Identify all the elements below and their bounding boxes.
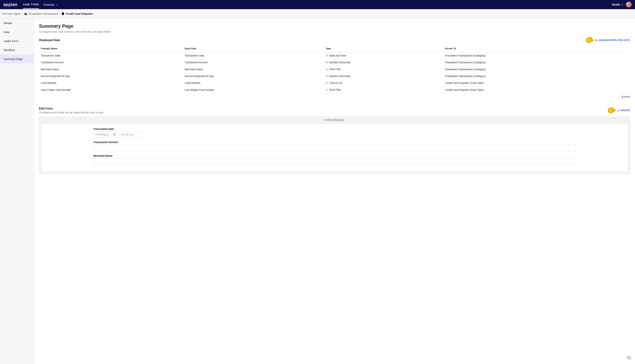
cell-data-field: Transaction Date [183, 52, 324, 59]
sidebar-item-summary-page[interactable]: Summary Page [0, 54, 34, 64]
cell-data-field: Transaction Amount [183, 59, 324, 66]
cell-stored-to: Credit Card Disputes (Case Type) [443, 86, 630, 94]
text-icon: A [326, 68, 328, 71]
form-preview-header: FORM PREVIEW [39, 117, 630, 124]
avatar[interactable] [626, 2, 632, 8]
edit-icon [617, 109, 620, 112]
cell-stored-to: Credit Card Disputes (Case Type) [443, 80, 630, 86]
field-transaction-date: Transaction Date [93, 128, 576, 138]
cell-type: #Number (Decimal) [324, 59, 443, 66]
sidebar-item-label: Workflow [4, 48, 15, 52]
col-type: Type [324, 45, 443, 52]
transaction-date-input[interactable] [93, 132, 112, 138]
breadcrumb: All Case Types / Fraudulent Transactions… [0, 9, 635, 18]
transaction-time-input[interactable] [119, 132, 143, 138]
tab-case-types[interactable]: CASE TYPES [23, 0, 39, 9]
cell-stored-to: Fraudulent Transactions (Category) [443, 66, 630, 73]
step-callout-2: 2 [608, 108, 614, 114]
cell-type: Choice List [324, 80, 443, 86]
cell-friendly-name: Amount Expected To Pay [39, 73, 183, 80]
table-row: Transaction DateTransaction DateDate and… [39, 52, 630, 59]
field-transaction-amount: Transaction Amount [93, 141, 576, 151]
sidebar-item-label: Summary Page [4, 58, 23, 60]
hash-icon: # [326, 75, 328, 78]
cell-type: AShort Text [324, 66, 443, 73]
form-preview-container: FORM PREVIEW Transaction Date [39, 116, 630, 174]
top-navigation: appian CASE TYPES TASKING ▼ Studio ▼ [0, 0, 635, 9]
tab-tasking[interactable]: TASKING ▼ [43, 1, 58, 8]
item-count-number: 6 [622, 95, 623, 98]
cell-friendly-name: Last 4 Digits Card Number [39, 86, 183, 94]
table-row: Card NetworkCard NetworkChoice ListCredi… [39, 80, 630, 86]
gear-icon [595, 39, 598, 42]
edit-form-header: Edit Form Configure which fields can be … [39, 107, 630, 114]
sidebar-item-workflow[interactable]: Workflow [0, 46, 34, 54]
table-row: Merchant NameMerchant NameAShort TextFra… [39, 66, 630, 73]
main-tabs: CASE TYPES TASKING ▼ [23, 0, 58, 9]
cell-friendly-name: Merchant Name [39, 66, 183, 73]
displayed-data-header: Displayed Data 1 MANAGE DISPLAYED DATA [39, 37, 630, 43]
sidebar-item-label: Intake Form [4, 40, 18, 42]
manage-displayed-data-link[interactable]: MANAGE DISPLAYED DATA [595, 39, 630, 42]
sidebar-item-details[interactable]: Details [0, 18, 34, 28]
cell-friendly-name: Card Network [39, 80, 183, 86]
field-label: Merchant Name [93, 154, 576, 157]
cell-type: Date and Time [324, 52, 443, 59]
cursor-icon [628, 357, 630, 360]
cell-type: AShort Text [324, 86, 443, 94]
sidebar: Details Data Intake Form Workflow Summar… [0, 18, 34, 364]
transaction-amount-input[interactable] [93, 145, 576, 151]
main-layout: Details Data Intake Form Workflow Summar… [0, 18, 635, 364]
text-icon: A [326, 88, 328, 91]
topbar-right: Studio ▼ [612, 2, 632, 8]
chevron-down-icon: ▼ [621, 4, 623, 6]
col-stored-to: Stored To [443, 45, 630, 52]
sidebar-item-label: Details [4, 22, 12, 24]
page-title: Summary Page [39, 23, 630, 29]
field-merchant-name: Merchant Name [93, 154, 576, 164]
edit-form-title: Edit Form [39, 107, 103, 110]
cell-friendly-name: Transaction Date [39, 52, 183, 59]
field-label: Transaction Date [93, 128, 576, 130]
sidebar-item-label: Data [4, 30, 10, 34]
cell-data-field: Merchant Name [183, 66, 324, 73]
chevron-down-icon: ▼ [56, 4, 58, 6]
choice-icon [326, 82, 328, 84]
cell-data-field: Card Network [183, 80, 324, 86]
update-label: UPDATE [621, 109, 630, 112]
merchant-name-input[interactable] [93, 158, 576, 164]
displayed-data-table: Friendly Name Data Field Type Stored To … [39, 45, 630, 94]
table-row: Amount Expected To PayAmount Expected To… [39, 73, 630, 80]
tab-label: TASKING [43, 4, 55, 6]
table-row: Transaction AmountTransaction Amount#Num… [39, 59, 630, 66]
breadcrumb-root[interactable]: All Case Types [2, 12, 21, 15]
item-count: 6 items [39, 95, 630, 98]
table-header-row: Friendly Name Data Field Type Stored To [39, 45, 630, 52]
table-row: Last 4 Digits Card NumberLast 4Digits Ca… [39, 86, 630, 94]
update-form-link[interactable]: UPDATE [617, 109, 630, 112]
calendar-button[interactable] [112, 132, 117, 138]
item-count-label: items [624, 95, 630, 98]
sidebar-item-intake-form[interactable]: Intake Form [0, 36, 34, 46]
breadcrumb-current: Credit Card Disputes [66, 12, 93, 15]
cell-stored-to: Fraudulent Transactions (Category) [443, 52, 630, 59]
cell-type: #Number (Decimal) [324, 73, 443, 80]
folder-icon [24, 12, 27, 15]
help-floating-button[interactable] [626, 355, 632, 361]
sidebar-item-data[interactable]: Data [0, 28, 34, 36]
app-switcher-label: Studio [612, 3, 620, 6]
breadcrumb-separator: / [22, 12, 23, 15]
col-friendly-name: Friendly Name [39, 45, 183, 52]
breadcrumb-category[interactable]: Fraudulent Transactions [29, 12, 58, 15]
page-description: Configure how case workers view and edit… [39, 30, 630, 33]
hash-icon: # [326, 61, 328, 64]
cell-stored-to: Fraudulent Transactions (Category) [443, 59, 630, 66]
col-data-field: Data Field [183, 45, 324, 52]
manage-displayed-data-label: MANAGE DISPLAYED DATA [599, 39, 630, 42]
cell-data-field: Last 4Digits Card Number [183, 86, 324, 94]
step-callout-1: 1 [586, 37, 592, 43]
edit-form-description: Configure which fields can be edited dir… [39, 111, 103, 114]
breadcrumb-separator: / [60, 12, 61, 15]
field-label: Transaction Amount [93, 141, 576, 144]
app-switcher[interactable]: Studio ▼ [612, 3, 623, 6]
